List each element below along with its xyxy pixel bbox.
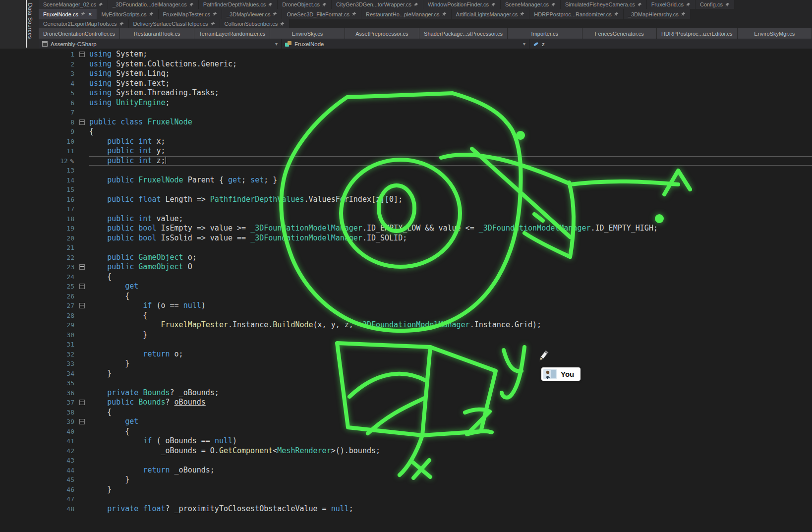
tab-config-cs[interactable]: Config.cs	[696, 0, 734, 9]
code-text: private Bounds? _oBounds;	[89, 388, 812, 398]
code-text: if (o == null)	[89, 301, 812, 311]
tab-citygen3dgen-torwrapper-cs[interactable]: CityGen3DGen...torWrapper.cs	[332, 0, 423, 9]
code-text: public bool IsSolid => value == _3DFound…	[89, 234, 812, 243]
tab-fruxelmaptester-cs[interactable]: FruxelMapTester.cs	[159, 9, 222, 19]
tab-label: HDRPPostproc...Randomizer.cs	[534, 11, 612, 17]
code-editor[interactable]: 1using System;2using System.Collections.…	[0, 49, 812, 532]
code-text: public int x;	[89, 137, 812, 147]
code-line-40: 40 {	[0, 427, 812, 437]
tab-windowpositionfinder-cs[interactable]: WindowPositionFinder.cs	[423, 0, 500, 9]
fold-gutter	[74, 214, 89, 224]
line-number: 12✎	[0, 156, 74, 166]
tab-scenemanager-02-cs[interactable]: SceneManager_02.cs	[39, 0, 108, 9]
line-number: 10	[0, 137, 74, 147]
code-text	[89, 185, 812, 195]
tab-droneorientationcontroller-cs[interactable]: DroneOrientationController.cs	[39, 28, 120, 39]
code-text: }	[89, 475, 812, 485]
fold-collapse-icon[interactable]	[79, 264, 85, 270]
tab-collisionsubscriber-cs[interactable]: CollisionSubscriber.cs	[220, 19, 290, 28]
tab-artificiallightsmanager-cs[interactable]: ArtificialLightsManager.cs	[452, 9, 529, 19]
code-line-4: 4using System.Text;	[0, 79, 812, 89]
pin-icon	[211, 22, 215, 26]
tab-3dmapviewer-cs[interactable]: _3DMapViewer.cs	[222, 9, 282, 19]
fold-gutter	[74, 176, 89, 185]
fold-collapse-icon[interactable]	[79, 119, 85, 125]
tab-importer-cs[interactable]: Importer.cs	[508, 28, 582, 39]
line-number: 44	[0, 466, 74, 475]
tab-deliverysurfaceclasshelper-cs[interactable]: DeliverySurfaceClassHelper.cs	[129, 19, 220, 28]
tab-label: SimulatedFisheyeCamera.cs	[565, 1, 635, 7]
tab-fencesgenerator-cs[interactable]: FencesGenerator.cs	[582, 28, 657, 39]
tab-shaderpackage-stprocessor-cs[interactable]: ShaderPackage...stProcessor.cs	[419, 28, 508, 39]
fold-collapse-icon[interactable]	[79, 284, 85, 289]
line-number: 26	[0, 292, 74, 301]
code-text: using System.Collections.Generic;	[89, 59, 812, 69]
line-number: 23	[0, 262, 74, 272]
avatar	[543, 369, 557, 379]
tab-3dfoundatio-delmanager-cs[interactable]: _3DFoundatio...delManager.cs	[108, 0, 198, 9]
tab-fruxelgrid-cs[interactable]: FruxelGrid.cs	[647, 0, 695, 9]
pin-icon	[638, 2, 642, 7]
code-text: using System;	[89, 50, 812, 59]
fold-gutter	[74, 253, 89, 263]
line-number: 34	[0, 369, 74, 379]
code-text: }	[89, 369, 812, 379]
code-line-23: 23 public GameObject O	[0, 262, 812, 272]
code-text: {	[89, 311, 812, 321]
field-icon	[533, 41, 539, 47]
tab-myeditorscripts-cs[interactable]: MyEditorScripts.cs	[97, 9, 158, 19]
tab-droneobject-cs[interactable]: DroneObject.cs	[278, 0, 331, 9]
tab-enviroskymgr-cs[interactable]: EnviroSkyMgr.cs	[738, 28, 812, 39]
fold-gutter	[74, 108, 89, 118]
project-dropdown[interactable]: Assembly-CSharp ▾	[39, 39, 282, 49]
code-line-38: 38 {	[0, 408, 812, 417]
code-line-3: 3using System.Linq;	[0, 69, 812, 79]
line-number: 9	[0, 127, 74, 137]
code-line-46: 46 }	[0, 485, 812, 495]
type-dropdown[interactable]: FruxelNode ▾	[282, 39, 529, 49]
member-dropdown[interactable]: z	[529, 39, 812, 49]
pin-icon	[686, 2, 691, 7]
fold-gutter	[74, 292, 89, 301]
tab-fruxelnode-cs[interactable]: FruxelNode.cs×	[39, 9, 97, 19]
tab-generator2exportmaptools-cs[interactable]: Generator2ExportMapTools.cs	[39, 19, 128, 28]
fold-collapse-icon[interactable]	[79, 419, 85, 424]
tab-restaurantho-plemanager-cs[interactable]: RestaurantHo...pleManager.cs	[361, 9, 451, 19]
tab-hdrppostproc-randomizer-cs[interactable]: HDRPPostproc...Randomizer.cs	[529, 9, 623, 19]
tab-assetpreprocessor-cs[interactable]: AssetPreprocessor.cs	[345, 28, 419, 39]
code-text: using System.Threading.Tasks;	[89, 88, 812, 98]
code-text: using System.Linq;	[89, 69, 812, 79]
tab-scenemanager-cs[interactable]: SceneManager.cs	[501, 0, 560, 9]
tab-onesec3d-fileformat-cs[interactable]: OneSec3D_FileFormat.cs	[282, 9, 361, 19]
close-icon[interactable]: ×	[88, 11, 92, 17]
fold-gutter	[74, 79, 89, 89]
fold-collapse-icon[interactable]	[79, 52, 85, 57]
member-name: z	[542, 41, 545, 47]
code-text: }	[89, 330, 812, 340]
line-number: 42	[0, 446, 74, 456]
app-window: Data Sources SceneManager_02.cs_3DFounda…	[0, 0, 812, 532]
line-number: 13	[0, 166, 74, 176]
tab-envirosky-cs[interactable]: EnviroSky.cs	[270, 28, 345, 39]
fold-collapse-icon[interactable]	[79, 400, 85, 405]
fold-collapse-icon[interactable]	[79, 303, 85, 308]
code-line-41: 41 if (_oBounds == null)	[0, 436, 812, 446]
code-line-34: 34 }	[0, 369, 812, 379]
code-line-18: 18 public int value;	[0, 214, 812, 224]
pin-icon	[119, 22, 124, 26]
pin-icon	[442, 12, 447, 16]
code-line-26: 26 {	[0, 292, 812, 301]
tab-terrainlayerrandomizer-cs[interactable]: TerrainLayerRandomizer.cs	[194, 28, 270, 39]
fold-gutter	[74, 359, 89, 369]
tab-simulatedfisheyecamera-cs[interactable]: SimulatedFisheyeCamera.cs	[561, 0, 646, 9]
tab-restauranthook-cs[interactable]: RestaurantHook.cs	[120, 28, 194, 39]
fold-gutter	[74, 118, 89, 127]
tab-hdrppostproc-izereditor-cs[interactable]: HDRPPostproc...izerEditor.cs	[657, 28, 738, 39]
code-text: using UnityEngine;	[89, 98, 812, 108]
sidebar-tab-data-sources[interactable]: Data Sources	[27, 3, 33, 39]
tab-pathfinderdepthvalues-cs[interactable]: PathfinderDepthValues.cs	[199, 0, 277, 9]
fold-gutter	[74, 378, 89, 388]
fold-gutter	[74, 127, 89, 137]
fold-gutter	[74, 417, 89, 427]
tab-3dmaphierarchy-cs[interactable]: _3DMapHierarchy.cs	[624, 9, 690, 19]
